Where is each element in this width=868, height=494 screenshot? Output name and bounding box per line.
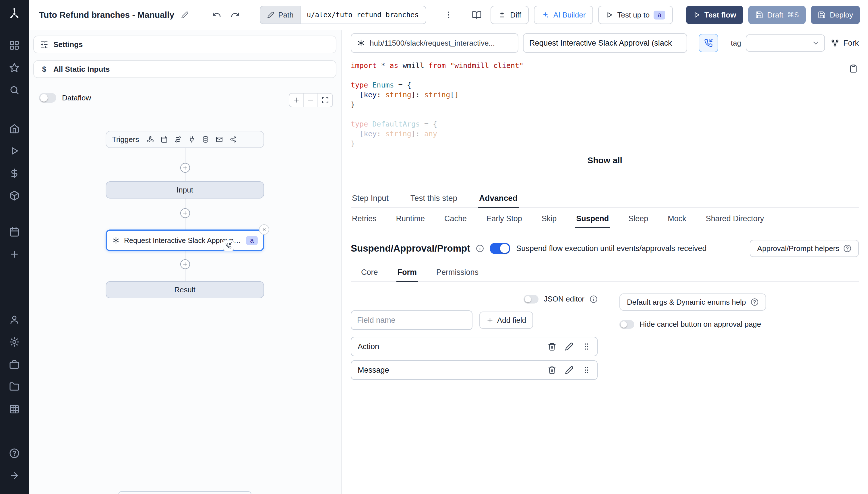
code-editor[interactable]: import * as wmill from "windmill-client"…: [341, 60, 868, 147]
input-node[interactable]: Input: [106, 181, 264, 198]
help-icon[interactable]: [5, 443, 24, 463]
suspend-indicator-button[interactable]: [699, 34, 718, 52]
hide-cancel-toggle[interactable]: [620, 320, 634, 329]
home-icon[interactable]: [5, 119, 24, 138]
edit-field-icon[interactable]: [565, 342, 573, 351]
collapse-arrow-icon[interactable]: [5, 466, 24, 486]
search-icon[interactable]: [5, 80, 24, 100]
default-args-help-button[interactable]: Default args & Dynamic enums help: [620, 293, 766, 311]
approval-prompt-helpers-button[interactable]: Approval/Prompt helpers: [750, 240, 859, 257]
folders-icon[interactable]: [5, 377, 24, 397]
save-icon: [755, 11, 763, 19]
path-input[interactable]: [301, 6, 426, 24]
drag-handle-icon[interactable]: [582, 342, 591, 351]
code-token: any: [424, 130, 437, 138]
sparkles-icon: [541, 11, 549, 19]
code-line: type Enums = {: [351, 80, 859, 90]
apps-icon[interactable]: [5, 36, 24, 55]
tab-suspend[interactable]: Suspend: [575, 211, 610, 228]
copy-code-icon[interactable]: [849, 64, 858, 73]
runs-play-icon[interactable]: [5, 141, 24, 160]
tab-advanced[interactable]: Advanced: [478, 191, 519, 207]
test-up-to-button[interactable]: Test up to a: [598, 6, 673, 24]
code-line: type DefaultArgs = {: [351, 119, 859, 129]
resources-package-icon[interactable]: [5, 186, 24, 205]
undo-button[interactable]: [208, 6, 225, 23]
windmill-logo-icon[interactable]: [7, 7, 21, 21]
fork-button[interactable]: Fork: [831, 39, 859, 48]
redo-button[interactable]: [226, 6, 244, 23]
email-trigger-icon: [216, 136, 223, 143]
topbar: Tuto Refund branches - Manually Path Dif…: [29, 0, 868, 30]
show-all-button[interactable]: Show all: [587, 155, 622, 165]
tab-retries[interactable]: Retries: [351, 211, 378, 228]
tab-sleep[interactable]: Sleep: [627, 211, 649, 228]
result-node[interactable]: Result: [106, 281, 264, 298]
code-token: *: [376, 61, 389, 70]
selected-step-node[interactable]: Request Interactive Slack Approval (... …: [106, 229, 264, 251]
hub-path-box[interactable]: hub/11500/slack/request_interactive...: [351, 33, 518, 53]
info-icon[interactable]: [590, 295, 597, 303]
plus-icon: [486, 317, 494, 324]
diff-button[interactable]: Diff: [491, 6, 529, 24]
step-name-input[interactable]: [523, 33, 687, 53]
tab-cache[interactable]: Cache: [443, 211, 468, 228]
triggers-node[interactable]: Triggers: [106, 131, 264, 148]
tab-step-input[interactable]: Step Input: [351, 191, 390, 207]
insert-step-button[interactable]: [180, 208, 190, 218]
schedules-calendar-icon[interactable]: [5, 222, 24, 242]
sidebar-group-nav: [5, 119, 24, 208]
sidebar-group-help: [5, 443, 24, 488]
docs-book-icon[interactable]: [468, 6, 485, 23]
tag-select[interactable]: [746, 34, 825, 52]
create-plus-icon[interactable]: [5, 244, 24, 264]
tab-form[interactable]: Form: [396, 265, 418, 281]
info-icon[interactable]: [476, 244, 484, 252]
field-name-input[interactable]: [351, 310, 473, 330]
deploy-button[interactable]: Deploy: [811, 6, 860, 24]
remove-step-button[interactable]: [259, 224, 269, 235]
suspend-phone-indicator-icon: [223, 240, 234, 251]
flow-graph-panel: Settings $ All Static Inputs Dataflow: [29, 30, 341, 494]
test-flow-button[interactable]: Test flow: [686, 6, 743, 24]
suspend-description: Suspend flow execution until events/appr…: [516, 244, 706, 253]
code-line: [351, 110, 859, 119]
database-trigger-icon: [202, 136, 209, 143]
tab-mock[interactable]: Mock: [666, 211, 687, 228]
insert-step-button[interactable]: [180, 259, 190, 269]
edit-title-icon[interactable]: [181, 11, 189, 19]
tab-early-stop[interactable]: Early Stop: [485, 211, 523, 228]
edit-field-icon[interactable]: [565, 366, 573, 374]
form-tab-content: JSON editor Add field Action: [351, 291, 859, 494]
apps-grid-icon[interactable]: [5, 399, 24, 419]
error-handler-node[interactable]: Error Handler: [118, 491, 252, 494]
path-edit-button[interactable]: Path: [260, 6, 301, 24]
advanced-tabs: Retries Runtime Cache Early Stop Skip Su…: [351, 211, 859, 228]
form-field-row[interactable]: Message: [351, 360, 597, 380]
delete-field-icon[interactable]: [548, 366, 556, 374]
ai-builder-button[interactable]: AI Builder: [534, 6, 593, 24]
variables-dollar-icon[interactable]: [5, 164, 24, 183]
more-menu-button[interactable]: [440, 6, 457, 23]
tab-shared-directory[interactable]: Shared Directory: [705, 211, 765, 228]
json-editor-toggle[interactable]: [523, 295, 538, 304]
draft-button[interactable]: Draft ⌘S: [748, 6, 806, 24]
tab-skip[interactable]: Skip: [540, 211, 558, 228]
tab-test-this-step[interactable]: Test this step: [409, 191, 458, 207]
add-field-button[interactable]: Add field: [479, 311, 533, 329]
form-field-row[interactable]: Action: [351, 337, 597, 356]
tab-core[interactable]: Core: [360, 265, 379, 281]
tab-permissions[interactable]: Permissions: [435, 265, 480, 281]
code-line: }: [351, 100, 859, 110]
settings-gear-icon[interactable]: [5, 332, 24, 352]
favorites-star-icon[interactable]: [5, 58, 24, 77]
delete-field-icon[interactable]: [548, 342, 556, 351]
tab-runtime[interactable]: Runtime: [395, 211, 426, 228]
code-token: [446, 61, 450, 70]
sidebar-group-schedule: [5, 222, 24, 267]
workers-briefcase-icon[interactable]: [5, 355, 24, 374]
insert-step-button[interactable]: [180, 163, 190, 173]
user-icon[interactable]: [5, 310, 24, 329]
suspend-toggle[interactable]: [490, 243, 510, 254]
drag-handle-icon[interactable]: [582, 366, 591, 374]
